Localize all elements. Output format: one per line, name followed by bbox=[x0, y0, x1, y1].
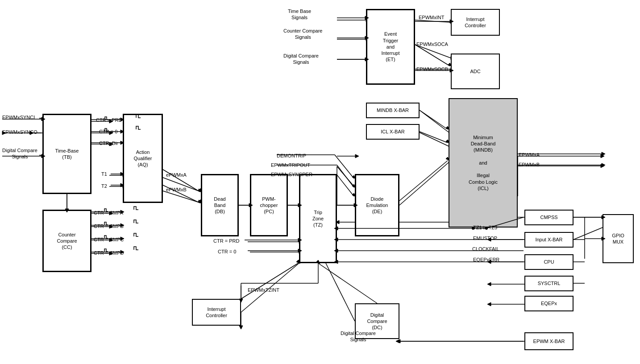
epwmxa-out-label: EPWMxA bbox=[519, 152, 540, 158]
icl-xbar-label: ICL X-BAR bbox=[381, 128, 404, 135]
svg-marker-56 bbox=[601, 154, 604, 158]
trip-zone-label: TripZone(TZ) bbox=[312, 209, 324, 228]
epwm-xbar-box: EPWM X-BAR bbox=[524, 332, 574, 350]
epwmxsoca-label: EPWMxSOCA bbox=[416, 41, 448, 47]
diode-emulation-label: DiodeEmulation(DE) bbox=[366, 196, 388, 215]
gpio-mux-box: GPIOMUX bbox=[603, 214, 634, 263]
svg-line-63 bbox=[337, 166, 355, 187]
svg-line-145 bbox=[420, 132, 448, 143]
eqepxerr-label: EQEPxERR bbox=[473, 256, 499, 263]
epwmxsynco-label: EPWMxSYNCO bbox=[2, 129, 37, 135]
time-base-signals-label: Time BaseSignals bbox=[288, 8, 311, 21]
epwm-block-diagram: Time-Base(TB) CounterCompare(CC) ActionQ… bbox=[0, 0, 640, 364]
cmpss-label: CMPSS bbox=[540, 214, 557, 220]
digital-compare-signals-et-label: Digital CompareSignals bbox=[283, 53, 319, 66]
demontrip-label: DEMONTRIP bbox=[277, 153, 306, 159]
ctr-cmpd-label: CTR = CMPD bbox=[94, 250, 124, 256]
sysctrl-box: SYSCTRL bbox=[524, 276, 574, 291]
ctr-prd-label: CTR = PRD bbox=[96, 117, 122, 123]
t1-label: T1 bbox=[101, 171, 107, 177]
event-trigger-label: EventTriggerandInterrupt(ET) bbox=[382, 31, 400, 62]
svg-line-151 bbox=[335, 155, 354, 178]
interrupt-controller-top-label: InterruptController bbox=[465, 16, 486, 29]
ctr-cmpc-label: CTR = CMPC bbox=[94, 236, 124, 243]
t2-label: T2 bbox=[101, 183, 107, 189]
sysctrl-label: SYSCTRL bbox=[538, 280, 561, 286]
cpu-label: CPU bbox=[544, 259, 554, 265]
svg-marker-92 bbox=[239, 326, 243, 329]
svg-marker-59 bbox=[601, 164, 604, 168]
epwmxsocb-label: EPWMxSOCB bbox=[416, 66, 448, 72]
trip-zone-box: TripZone(TZ) bbox=[299, 174, 337, 263]
epwmxb-aq-label: ePWMxB bbox=[166, 186, 187, 193]
interrupt-controller-bottom-label: InterruptController bbox=[206, 306, 227, 319]
interrupt-controller-bottom-box: InterruptController bbox=[192, 299, 241, 326]
svg-marker-150 bbox=[602, 163, 605, 167]
mindb-xbar-label: MINDB X-BAR bbox=[377, 107, 409, 113]
interrupt-controller-top-box: InterruptController bbox=[451, 9, 500, 36]
epwmxsynci-label: EPWMxSYNCI bbox=[2, 114, 35, 120]
svg-line-175 bbox=[241, 263, 298, 299]
epwmxsyncper-label: EPWMxSYNCPER bbox=[271, 171, 312, 178]
eqepx-box: EQEPx bbox=[524, 296, 574, 311]
action-qualifier-label: ActionQualifier(AQ) bbox=[134, 149, 152, 168]
counter-compare-label: CounterCompare(CC) bbox=[57, 232, 77, 251]
action-qualifier-box: ActionQualifier(AQ) bbox=[123, 114, 163, 203]
ctr-0-label: CTR = 0 bbox=[99, 128, 117, 135]
eqepx-label: EQEPx bbox=[541, 300, 557, 306]
minimum-deadband-label: MinimumDead-Band(MINDB)andIllegalCombo L… bbox=[469, 134, 498, 192]
gpio-mux-label: GPIOMUX bbox=[612, 232, 624, 245]
ctr-cmpa-label: CTR = CMPA bbox=[94, 210, 123, 216]
svg-line-80 bbox=[574, 228, 603, 240]
digital-compare-label: DigitalCompare(DC) bbox=[367, 312, 387, 331]
counter-compare-box: CounterCompare(CC) bbox=[42, 210, 91, 272]
svg-marker-61 bbox=[355, 154, 359, 158]
ctr-0-tz-label: CTR = 0 bbox=[218, 248, 236, 255]
emustop-label: EMUSTOP bbox=[473, 235, 497, 241]
svg-line-48 bbox=[420, 110, 451, 134]
svg-line-50 bbox=[420, 132, 451, 147]
counter-compare-signals-label: Counter CompareSignals bbox=[283, 28, 322, 41]
adc-label: ADC bbox=[470, 68, 480, 74]
ctr-prd-tz-label: CTR = PRD bbox=[213, 238, 239, 244]
svg-line-184 bbox=[318, 263, 377, 303]
ctr-cmpb-label: CTR = CMPB bbox=[94, 223, 124, 229]
epwmxtripout-label: EPWMxTRIPOUT bbox=[271, 162, 310, 168]
time-base-box: Time-Base(TB) bbox=[42, 114, 91, 194]
event-trigger-box: EventTriggerandInterrupt(ET) bbox=[366, 9, 415, 85]
pwm-chopper-box: PWM-chopper(PC) bbox=[250, 174, 288, 236]
pwm-chopper-label: PWM-chopper(PC) bbox=[260, 196, 278, 215]
input-xbar-label: Input X-BAR bbox=[535, 236, 562, 243]
minimum-deadband-box: MinimumDead-Band(MINDB)andIllegalCombo L… bbox=[449, 98, 518, 228]
svg-line-157 bbox=[337, 175, 354, 196]
epwmxint-label: EPWMxINT bbox=[419, 14, 444, 21]
svg-marker-77 bbox=[487, 302, 491, 306]
epwmxtzint-label: EPWMxTZINT bbox=[248, 287, 279, 293]
icl-xbar-box: ICL X-BAR bbox=[366, 124, 420, 140]
svg-marker-75 bbox=[487, 282, 491, 286]
svg-line-89 bbox=[326, 263, 355, 321]
svg-line-139 bbox=[415, 45, 450, 66]
tz1-tz3-label: TZ1 to TZ3 bbox=[473, 224, 497, 231]
epwmxa-aq-label: ePWMxA bbox=[166, 172, 187, 178]
clockfail-label: CLOCKFAIL bbox=[472, 246, 499, 252]
svg-line-154 bbox=[337, 165, 354, 187]
svg-line-143 bbox=[420, 110, 448, 129]
epwmxb-out-label: EPWMxB bbox=[519, 161, 540, 168]
cpu-box: CPU bbox=[524, 254, 574, 270]
cmpss-box: CMPSS bbox=[524, 210, 574, 225]
dead-band-label: DeadBand(DB) bbox=[214, 196, 225, 215]
svg-marker-88 bbox=[396, 339, 399, 343]
epwm-xbar-label: EPWM X-BAR bbox=[533, 338, 565, 344]
svg-line-52 bbox=[399, 161, 451, 205]
diode-emulation-box: DiodeEmulation(DE) bbox=[355, 174, 399, 236]
ctr-dir-label: CTR_Dir bbox=[99, 140, 118, 146]
svg-marker-183 bbox=[397, 339, 400, 343]
svg-line-129 bbox=[399, 161, 448, 201]
adc-box: ADC bbox=[451, 54, 500, 89]
mindb-xbar-box: MINDB X-BAR bbox=[366, 103, 420, 118]
input-xbar-box: Input X-BAR bbox=[524, 232, 574, 248]
svg-marker-148 bbox=[602, 152, 605, 156]
time-base-label: Time-Base(TB) bbox=[55, 148, 79, 161]
dead-band-box: DeadBand(DB) bbox=[201, 174, 239, 236]
